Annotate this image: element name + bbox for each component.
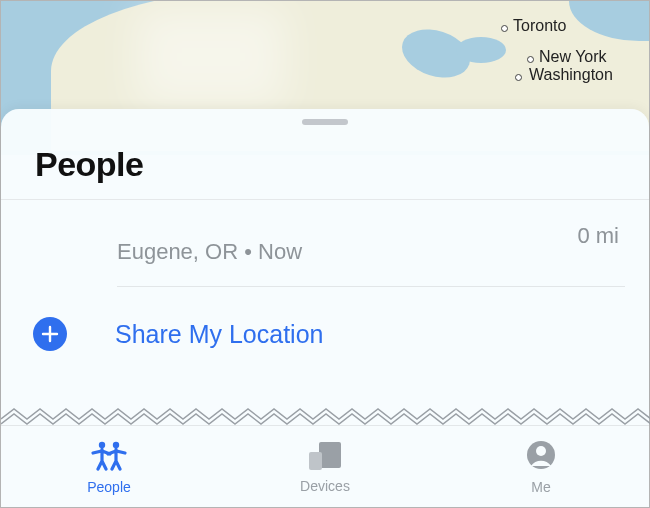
plus-icon — [33, 317, 67, 351]
map-city-dot — [527, 56, 534, 63]
tab-devices-label: Devices — [300, 478, 350, 494]
tab-devices[interactable]: Devices — [217, 426, 433, 507]
tab-me[interactable]: Me — [433, 426, 649, 507]
map-city-toronto: Toronto — [513, 17, 566, 35]
devices-icon — [306, 440, 344, 474]
app-root: Toronto New York Washington People Eugen… — [0, 0, 650, 508]
divider — [117, 286, 625, 287]
tab-bar: People Devices Me — [1, 425, 649, 507]
map-city-newyork: New York — [539, 48, 607, 66]
tab-people-label: People — [87, 479, 131, 495]
tab-people[interactable]: People — [1, 426, 217, 507]
svg-point-0 — [99, 441, 105, 447]
map-city-washington: Washington — [529, 66, 613, 84]
svg-point-1 — [113, 441, 119, 447]
people-sheet: People Eugene, OR • Now 0 mi Share My Lo… — [1, 109, 649, 425]
map-city-dot — [501, 25, 508, 32]
person-row[interactable]: Eugene, OR • Now 0 mi — [1, 209, 649, 287]
svg-point-5 — [536, 446, 546, 456]
people-icon — [87, 439, 131, 475]
share-my-location-label: Share My Location — [115, 320, 323, 349]
sheet-title: People — [35, 145, 143, 184]
sheet-grabber[interactable] — [302, 119, 348, 125]
map-city-dot — [515, 74, 522, 81]
map-lake — [456, 37, 506, 63]
svg-rect-3 — [309, 452, 322, 470]
torn-edge-decoration — [1, 407, 650, 425]
person-location-line: Eugene, OR • Now — [117, 239, 302, 265]
tab-me-label: Me — [531, 479, 550, 495]
divider — [1, 199, 649, 200]
svg-rect-2 — [319, 442, 341, 468]
map-location-halo — [136, 7, 286, 107]
share-my-location-button[interactable]: Share My Location — [1, 307, 649, 361]
person-distance: 0 mi — [577, 223, 619, 249]
person-circle-icon — [525, 439, 557, 475]
